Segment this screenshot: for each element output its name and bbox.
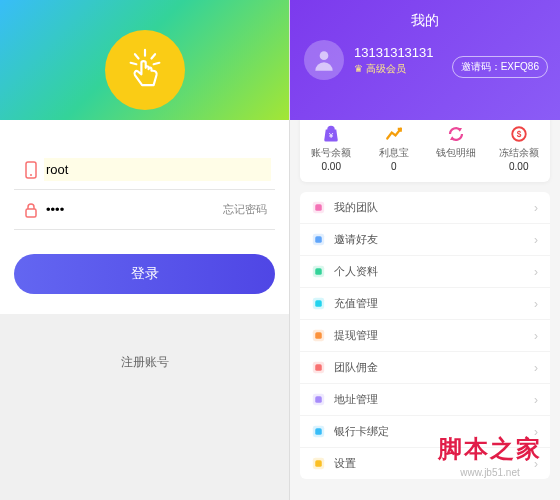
svg-rect-27 — [315, 428, 322, 435]
coin-icon: $ — [490, 124, 549, 144]
member-badge: ♛ 高级会员 — [354, 62, 434, 76]
svg-line-1 — [134, 54, 138, 58]
menu-label: 设置 — [334, 456, 534, 471]
menu-item-0[interactable]: 我的团队 › — [300, 192, 550, 224]
svg-line-2 — [151, 54, 155, 58]
menu-label: 团队佣金 — [334, 360, 534, 375]
crown-icon: ♛ — [354, 63, 363, 74]
chevron-right-icon: › — [534, 233, 538, 247]
login-panel: 忘记密码 登录 注册账号 — [0, 0, 290, 500]
login-form: 忘记密码 登录 — [0, 120, 289, 314]
login-button[interactable]: 登录 — [14, 254, 275, 294]
chevron-right-icon: › — [534, 201, 538, 215]
menu-label: 我的团队 — [334, 200, 534, 215]
menu-icon — [312, 201, 334, 214]
stat-0[interactable]: ¥ 账号余额 0.00 — [300, 114, 363, 182]
chart-icon — [365, 124, 424, 144]
svg-point-8 — [320, 51, 329, 60]
tap-hand-icon — [122, 47, 168, 93]
svg-line-4 — [153, 63, 159, 64]
username-input[interactable] — [44, 158, 271, 181]
stat-value: 0.00 — [490, 161, 549, 172]
menu-item-4[interactable]: 提现管理 › — [300, 320, 550, 352]
svg-rect-19 — [315, 300, 322, 307]
menu-list: 我的团队 › 邀请好友 › 个人资料 › 充值管理 › 提现管理 › 团队佣金 … — [300, 192, 550, 479]
user-icon — [311, 47, 337, 73]
stat-1[interactable]: 利息宝 0 — [363, 114, 426, 182]
menu-label: 银行卡绑定 — [334, 424, 534, 439]
phone-icon — [18, 161, 44, 179]
svg-point-6 — [30, 174, 32, 176]
menu-label: 邀请好友 — [334, 232, 534, 247]
stats-card: ¥ 账号余额 0.00 利息宝 0 钱包明细 $ 冻结余额 0.00 — [300, 114, 550, 182]
chevron-right-icon: › — [534, 329, 538, 343]
swap-icon — [427, 124, 486, 144]
menu-icon — [312, 329, 334, 342]
username-row — [14, 150, 275, 190]
menu-icon — [312, 297, 334, 310]
app-logo — [105, 30, 185, 110]
stat-3[interactable]: $ 冻结余额 0.00 — [488, 114, 551, 182]
menu-item-7[interactable]: 银行卡绑定 › — [300, 416, 550, 448]
menu-item-5[interactable]: 团队佣金 › — [300, 352, 550, 384]
menu-icon — [312, 361, 334, 374]
menu-icon — [312, 457, 334, 470]
lock-icon — [18, 202, 44, 218]
stat-label: 冻结余额 — [490, 146, 549, 160]
menu-icon — [312, 233, 334, 246]
svg-rect-15 — [315, 236, 322, 243]
profile-panel: 我的 13131313131 ♛ 高级会员 邀请码：EXFQ86 ¥ 账号余额 … — [290, 0, 560, 500]
svg-rect-25 — [315, 396, 322, 403]
bag-icon: ¥ — [302, 124, 361, 144]
user-id: 13131313131 — [354, 45, 434, 60]
svg-text:$: $ — [516, 130, 521, 139]
stat-label: 钱包明细 — [427, 146, 486, 160]
forgot-password-link[interactable]: 忘记密码 — [219, 202, 271, 217]
chevron-right-icon: › — [534, 457, 538, 471]
menu-item-3[interactable]: 充值管理 › — [300, 288, 550, 320]
stat-label: 利息宝 — [365, 146, 424, 160]
register-link[interactable]: 注册账号 — [0, 314, 289, 411]
stat-2[interactable]: 钱包明细 — [425, 114, 488, 182]
avatar[interactable] — [304, 40, 344, 80]
menu-label: 提现管理 — [334, 328, 534, 343]
chevron-right-icon: › — [534, 361, 538, 375]
menu-label: 地址管理 — [334, 392, 534, 407]
svg-rect-13 — [315, 204, 322, 211]
menu-label: 充值管理 — [334, 296, 534, 311]
menu-icon — [312, 425, 334, 438]
svg-rect-21 — [315, 332, 322, 339]
menu-item-2[interactable]: 个人资料 › — [300, 256, 550, 288]
password-row: 忘记密码 — [14, 190, 275, 230]
password-input[interactable] — [44, 198, 219, 221]
stat-value: 0 — [365, 161, 424, 172]
chevron-right-icon: › — [534, 393, 538, 407]
svg-rect-23 — [315, 364, 322, 371]
menu-item-1[interactable]: 邀请好友 › — [300, 224, 550, 256]
chevron-right-icon: › — [534, 425, 538, 439]
menu-icon — [312, 265, 334, 278]
stat-value: 0.00 — [302, 161, 361, 172]
profile-header: 我的 13131313131 ♛ 高级会员 邀请码：EXFQ86 — [290, 0, 560, 120]
page-title: 我的 — [304, 12, 546, 30]
invite-code-pill[interactable]: 邀请码：EXFQ86 — [452, 56, 548, 78]
stat-label: 账号余额 — [302, 146, 361, 160]
menu-label: 个人资料 — [334, 264, 534, 279]
login-header — [0, 0, 289, 120]
svg-rect-7 — [26, 209, 36, 217]
svg-rect-17 — [315, 268, 322, 275]
menu-item-6[interactable]: 地址管理 › — [300, 384, 550, 416]
svg-rect-29 — [315, 460, 322, 467]
chevron-right-icon: › — [534, 265, 538, 279]
menu-item-8[interactable]: 设置 › — [300, 448, 550, 479]
chevron-right-icon: › — [534, 297, 538, 311]
svg-line-3 — [130, 63, 136, 64]
menu-icon — [312, 393, 334, 406]
